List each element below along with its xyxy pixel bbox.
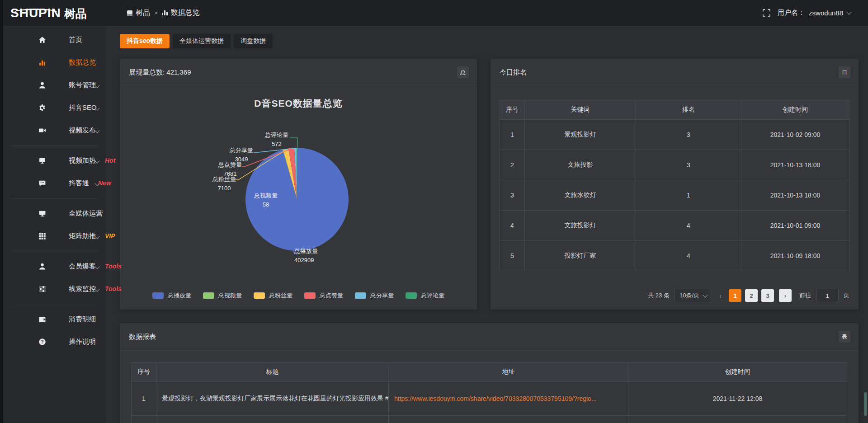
sidebar-item-badge: Tools [105, 285, 122, 292]
ranking-table-row[interactable]: 1景观投影灯32021-10-02 09:00 [500, 120, 849, 150]
sidebar-item-13[interactable]: ?操作说明 [3, 330, 106, 353]
ranking-cell: 3 [636, 120, 741, 150]
legend-swatch [304, 292, 316, 299]
ranking-table-wrap: 序号关键词排名创建时间1景观投影灯32021-10-02 09:002文旅投影3… [491, 86, 859, 271]
ranking-column-header: 序号 [500, 100, 525, 120]
top-bar: SHUPIN 树品 树品 > 数据总览 用户名：zswodun88 [3, 0, 868, 26]
ranking-cell: 投影灯厂家 [525, 241, 636, 271]
page-button-3[interactable]: 3 [761, 289, 774, 302]
today-ranking-panel: 今日排名 日 序号关键词排名创建时间1景观投影灯32021-10-02 09:0… [491, 59, 859, 310]
ranking-table-row[interactable]: 5投影灯厂家42021-10-09 18:00 [500, 241, 849, 271]
sliders-icon [38, 285, 46, 293]
total-view-badge[interactable]: 总 [457, 66, 469, 78]
tab-3[interactable]: 询盘数据 [234, 34, 273, 48]
ranking-table-row[interactable]: 3文旅水纹灯12021-10-13 18:00 [500, 180, 849, 211]
ranking-cell: 3 [500, 180, 525, 211]
ranking-cell: 5 [500, 241, 525, 271]
report-column-header: 创建时间 [628, 362, 847, 382]
table-view-badge[interactable]: 表 [839, 331, 850, 343]
app-window-icon [127, 10, 132, 16]
grid-icon [38, 232, 46, 240]
legend-item-总分享量[interactable]: 总分享量 [355, 291, 394, 300]
pagination-total: 共 23 条 [648, 291, 670, 300]
ranking-column-header: 排名 [636, 100, 741, 120]
user-area: 用户名：zswodun88 [763, 9, 868, 17]
sidebar-item-7[interactable]: 抖客通New [3, 172, 106, 194]
breadcrumb-item-current[interactable]: 数据总览 [162, 8, 200, 18]
ranking-cell: 2 [500, 150, 525, 180]
ranking-table-row[interactable]: 4文旅投影灯42021-10-01 09:00 [500, 211, 849, 241]
sidebar-item-badge: VIP [105, 232, 115, 240]
svg-text:?: ? [41, 339, 43, 344]
ranking-cell: 2021-10-01 09:00 [741, 211, 849, 241]
user-label: 用户名： [778, 9, 805, 17]
sidebar-item-3[interactable]: 账号管理 [3, 74, 106, 96]
sidebar-item-label: 数据总览 [69, 58, 96, 67]
app-logo[interactable]: SHUPIN 树品 [3, 7, 113, 19]
chart-title: D音SEO数据量总览 [120, 97, 477, 110]
question-icon: ? [38, 338, 46, 346]
monitor-icon [38, 210, 46, 217]
page-button-1[interactable]: 1 [729, 289, 741, 302]
home-icon [38, 36, 46, 44]
overview-panel: 展现量总数: 421,369 总 D音SEO数据量总览 总评论量572 总分享量… [120, 59, 477, 310]
report-column-header: 序号 [132, 362, 156, 382]
ranking-cell: 4 [500, 211, 525, 241]
page-size-select[interactable]: 10条/页 [675, 289, 712, 302]
sidebar-item-6[interactable]: 视频加热Hot [3, 149, 106, 172]
user-menu[interactable]: 用户名：zswodun88 [778, 9, 851, 17]
ranking-cell: 2021-10-09 18:00 [741, 241, 849, 271]
sidebar-item-12[interactable]: 消费明细 [3, 308, 106, 330]
report-cell-title: 景观投影灯，夜游景观投影灯厂家展示展示落花灯在花园里的灯光投影应用效果 # [156, 382, 389, 416]
overview-panel-header: 展现量总数: 421,369 总 [120, 59, 477, 86]
scrollbar-thumb[interactable] [864, 392, 867, 416]
legend-item-总粉丝量[interactable]: 总粉丝量 [254, 291, 292, 300]
ranking-cell: 2021-10-02 09:00 [741, 120, 849, 150]
pie-chart-area: D音SEO数据量总览 总评论量572 总分享量3049 总点赞量7681 总粉丝… [120, 86, 477, 310]
legend-item-总视频量[interactable]: 总视频量 [203, 291, 242, 300]
pie-label-plays: 总播放量402909 [294, 247, 318, 264]
chevron-down-icon [846, 9, 851, 14]
sidebar-item-label: 视频加热 [69, 156, 96, 165]
legend-item-总点赞量[interactable]: 总点赞量 [304, 291, 343, 300]
report-column-header: 标题 [156, 362, 389, 382]
report-table-row[interactable]: 1 景观投影灯，夜游景观投影灯厂家展示展示落花灯在花园里的灯光投影应用效果 # … [132, 382, 847, 416]
chart-legend: 总播放量总视频量总粉丝量总点赞量总分享量总评论量 [120, 291, 477, 300]
ranking-column-header: 关键词 [525, 100, 636, 120]
breadcrumb-item-home[interactable]: 树品 [127, 8, 150, 18]
page-button-2[interactable]: 2 [745, 289, 758, 302]
sidebar-item-2[interactable]: 数据总览 [3, 51, 106, 74]
sidebar-item-label: 操作说明 [69, 338, 96, 346]
sidebar-item-11[interactable]: 线索监控Tools [3, 277, 106, 300]
goto-unit-label: 页 [844, 291, 849, 300]
tab-2[interactable]: 全媒体运营数据 [173, 34, 231, 48]
gear-icon [38, 104, 46, 112]
sidebar-item-10[interactable]: 会员爆客Tools [3, 255, 106, 277]
report-panel-title: 数据报表 [129, 333, 156, 341]
report-cell-title [156, 416, 389, 423]
legend-item-总评论量[interactable]: 总评论量 [406, 291, 444, 300]
report-cell-index [132, 416, 156, 423]
ranking-table-row[interactable]: 2文旅投影32021-10-13 18:00 [500, 150, 849, 180]
ranking-cell: 4 [636, 211, 741, 241]
legend-swatch [355, 292, 366, 299]
chevron-down-icon [703, 292, 708, 297]
sidebar-item-4[interactable]: 抖音SEO [3, 96, 106, 119]
legend-item-总播放量[interactable]: 总播放量 [152, 291, 191, 300]
sidebar-item-1[interactable]: 首页 [3, 28, 106, 51]
tab-1[interactable]: 抖音seo数据 [120, 34, 170, 48]
report-table-row[interactable] [132, 416, 847, 423]
ranking-cell: 4 [636, 241, 741, 271]
ranking-column-header: 创建时间 [741, 100, 849, 120]
daily-view-badge[interactable]: 日 [839, 66, 850, 78]
next-page-button[interactable]: › [779, 289, 792, 302]
sidebar-item-5[interactable]: 视频发布 [3, 119, 106, 141]
goto-page-input[interactable] [816, 289, 839, 302]
fullscreen-icon[interactable] [763, 9, 770, 17]
sidebar-item-9[interactable]: 矩阵助推VIP [3, 225, 106, 247]
report-cell-link[interactable]: https://www.iesdouyin.com/share/video/70… [389, 382, 628, 416]
sidebar-item-label: 线索监控 [69, 285, 96, 293]
ranking-cell: 文旅投影灯 [525, 211, 636, 241]
sidebar-item-8[interactable]: 全媒体运营 [3, 202, 106, 225]
prev-page-button[interactable]: ‹ [717, 292, 724, 300]
